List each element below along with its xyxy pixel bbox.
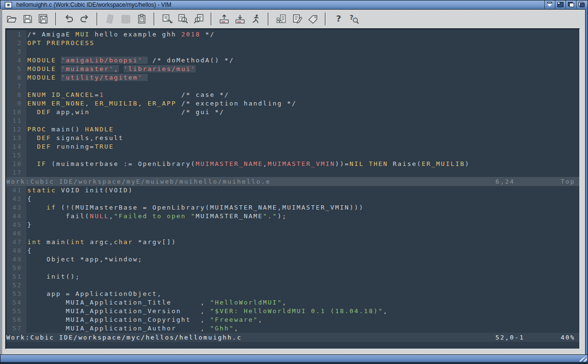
run-script-button[interactable] [248, 12, 263, 26]
undo-icon [63, 13, 74, 24]
code-window-top[interactable]: 1/* AmigaE MUI hello example ghh 2018 */… [6, 30, 579, 177]
window-bottom-border [0, 354, 588, 363]
undo-button[interactable] [61, 12, 76, 26]
load-session-button[interactable] [217, 12, 231, 26]
code-text: /* AmigaE MUI hello example ghh 2018 */ [26, 30, 215, 39]
cut-button [103, 12, 117, 26]
code-line[interactable]: 48{ [6, 247, 579, 255]
window-bottom-edge [0, 363, 588, 364]
code-line[interactable]: 11 [6, 117, 579, 125]
zoom-gadget[interactable] [555, 0, 565, 9]
save-button[interactable] [20, 12, 35, 26]
code-line[interactable]: 10 DEF app,win /* gui */ [6, 108, 579, 117]
line-number: 56 [6, 316, 26, 324]
code-line[interactable]: 4MODULE 'amigaLib/boopsi' /* doMethodA()… [6, 56, 579, 65]
code-line[interactable]: 56 MUIA_Application_Copyright , "Freewar… [6, 316, 579, 324]
code-line[interactable]: 17 [6, 168, 579, 177]
code-window-bottom[interactable]: 41static VOID init(VOID)42{43 if (!(MUIM… [6, 186, 579, 333]
code-line[interactable]: 57 MUIA_Application_Author , "Ghh", [6, 324, 579, 333]
code-text: } [26, 221, 32, 229]
line-number: 54 [6, 298, 26, 307]
code-line[interactable]: 54 MUIA_Application_Title , "HelloWorldM… [6, 298, 579, 307]
line-number: 52 [6, 281, 26, 290]
code-line[interactable]: 47int main(int argc,char *argv[]) [6, 238, 579, 247]
code-line[interactable]: 12PROC main() HANDLE [6, 125, 579, 134]
save-session-icon [235, 13, 246, 24]
statusline-file: Work:Cubic IDE/workspace/myE/muiweb/muih… [6, 178, 270, 185]
code-text: { [26, 247, 32, 255]
find-next-button[interactable] [176, 12, 190, 26]
save-all-button[interactable] [36, 12, 50, 26]
code-line[interactable]: 1/* AmigaE MUI hello example ghh 2018 */ [6, 30, 579, 39]
close-gadget[interactable] [5, 2, 12, 8]
code-text: int main(int argc,char *argv[]) [26, 238, 176, 247]
line-number: 44 [6, 212, 26, 221]
depth-gadget[interactable] [565, 0, 576, 9]
code-text: MODULE 'muimaster', 'libraries/mui' [26, 65, 196, 73]
line-number: 14 [6, 142, 26, 151]
find-prev-button[interactable] [191, 12, 206, 26]
make-button[interactable] [274, 12, 288, 26]
line-number: 41 [6, 186, 26, 195]
code-line[interactable]: 7 [6, 82, 579, 91]
line-number: 53 [6, 290, 26, 298]
statusline-bottom-window[interactable]: Work:Cubic IDE/workspace/myc/hellos/hell… [6, 333, 579, 342]
code-line[interactable]: 44 fail(NULL,"Failed to open "MUIMASTER_… [6, 212, 579, 221]
code-line[interactable]: 8ENUM ID_CANCEL=1 /* case */ [6, 91, 579, 99]
line-number: 45 [6, 221, 26, 229]
code-line[interactable]: 15 [6, 151, 579, 160]
code-line[interactable]: 9ENUM ER_NONE, ER_MUILIB, ER_APP /* exce… [6, 99, 579, 108]
code-line[interactable]: 41static VOID init(VOID) [6, 186, 579, 195]
line-number: 43 [6, 203, 26, 212]
code-line[interactable]: 51 init(); [6, 272, 579, 281]
save-session-button[interactable] [233, 12, 247, 26]
code-line[interactable]: 6MODULE 'utility/tagitem' [6, 73, 579, 82]
code-text [26, 229, 27, 238]
code-line[interactable]: 55 MUIA_Application_Version , "$VER: Hel… [6, 307, 579, 316]
statusline-scroll-indicator: Top [561, 177, 575, 186]
code-line[interactable]: 46 [6, 229, 579, 238]
code-text: if (!(MUIMasterBase = OpenLibrary(MUIMAS… [26, 203, 364, 212]
redo-button[interactable] [77, 12, 92, 26]
find-help-button[interactable]: ? [347, 12, 361, 26]
paste-button[interactable] [134, 12, 149, 26]
iconify-gadget[interactable] [544, 0, 555, 9]
find-replace-button[interactable] [160, 12, 174, 26]
copy-button [118, 12, 133, 26]
code-text: static VOID init(VOID) [26, 186, 133, 195]
tag-jump-button[interactable] [306, 12, 320, 26]
code-line[interactable]: 2OPT PREPROCESS [6, 39, 579, 47]
line-number: 3 [6, 47, 26, 56]
iconify-triangle [547, 4, 552, 9]
line-number: 1 [6, 30, 26, 39]
code-line[interactable]: 5MODULE 'muimaster', 'libraries/mui' [6, 65, 579, 73]
code-line[interactable]: 53 app = ApplicationObject, [6, 290, 579, 298]
statusline-top-window[interactable]: Work:Cubic IDE/workspace/myE/muiweb/muih… [6, 177, 579, 186]
resize-gadget[interactable] [577, 355, 587, 362]
toolbar: ?? [4, 11, 578, 27]
code-text: ENUM ID_CANCEL=1 /* case */ [26, 91, 229, 99]
code-line[interactable]: 50 [6, 264, 579, 272]
code-line[interactable]: 45} [6, 221, 579, 229]
code-text: MUIA_Application_Version , "$VER: HelloW… [26, 307, 388, 316]
help-button[interactable]: ? [331, 12, 345, 26]
code-line[interactable]: 49 Object *app,*window; [6, 255, 579, 264]
code-line[interactable]: 16 IF (muimasterbase := OpenLibrary(MUIM… [6, 160, 579, 168]
code-line[interactable]: 42{ [6, 195, 579, 203]
titlebar[interactable]: hellomuighh.c (Work:Cubic IDE/workspace/… [0, 0, 588, 10]
statusline-file: Work:Cubic IDE/workspace/myc/hellos/hell… [6, 334, 242, 341]
line-number: 55 [6, 307, 26, 316]
open-button[interactable] [4, 12, 19, 26]
line-number: 15 [6, 151, 26, 160]
code-line[interactable]: 14 DEF running=TRUE [6, 142, 579, 151]
toolbar-separator [325, 12, 326, 25]
code-line[interactable]: 52 [6, 281, 579, 290]
line-number: 49 [6, 255, 26, 264]
code-text: Object *app,*window; [26, 255, 143, 264]
code-line[interactable]: 3 [6, 47, 579, 56]
run-ctags-button[interactable] [290, 12, 304, 26]
code-line[interactable]: 43 if (!(MUIMasterBase = OpenLibrary(MUI… [6, 203, 579, 212]
code-line[interactable]: 13 DEF signals,result [6, 134, 579, 142]
screen-depth-gadget[interactable] [576, 0, 587, 9]
code-text: MUIA_Application_Copyright , "Freeware", [26, 316, 263, 324]
